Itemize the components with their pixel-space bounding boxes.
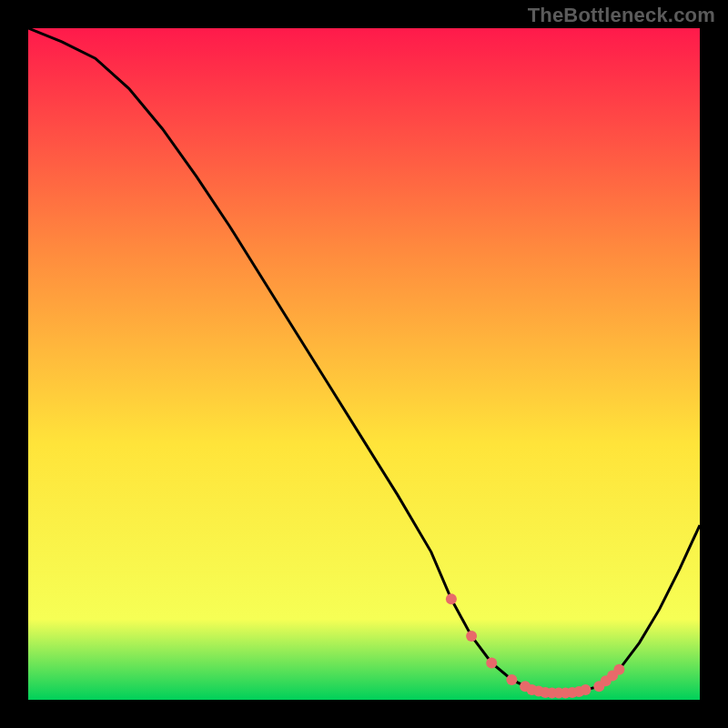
sweet-spot-marker [486,657,497,668]
sweet-spot-marker [506,674,517,685]
chart-svg [28,28,700,700]
sweet-spot-marker [446,593,457,604]
sweet-spot-marker [581,684,592,695]
chart-stage: TheBottleneck.com [0,0,728,728]
watermark-text: TheBottleneck.com [528,4,715,27]
sweet-spot-marker [613,664,624,675]
plot-area [28,28,700,700]
sweet-spot-marker [466,631,477,642]
gradient-background [28,28,700,700]
